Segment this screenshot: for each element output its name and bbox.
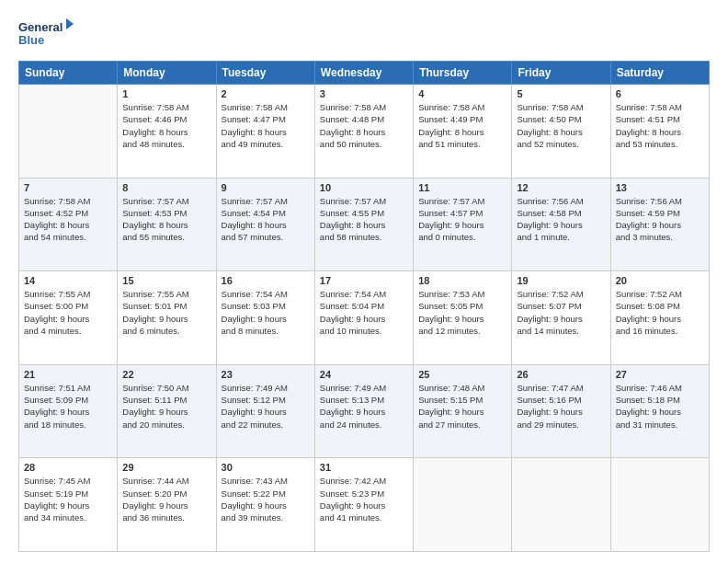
day-number: 1	[122, 88, 210, 99]
header: General Blue	[18, 17, 710, 52]
day-info: Sunrise: 7:46 AMSunset: 5:18 PMDaylight:…	[616, 382, 704, 431]
logo-svg: General Blue	[18, 17, 74, 52]
calendar-cell: 20Sunrise: 7:52 AMSunset: 5:08 PMDayligh…	[610, 271, 709, 365]
day-info: Sunrise: 7:57 AMSunset: 4:54 PMDaylight:…	[222, 195, 310, 244]
day-number: 2	[222, 88, 310, 99]
day-info: Sunrise: 7:55 AMSunset: 5:00 PMDaylight:…	[24, 288, 112, 337]
day-info: Sunrise: 7:53 AMSunset: 5:05 PMDaylight:…	[418, 288, 506, 337]
day-number: 25	[418, 369, 506, 380]
day-info: Sunrise: 7:52 AMSunset: 5:07 PMDaylight:…	[517, 288, 605, 337]
calendar-cell	[610, 458, 709, 552]
day-number: 15	[122, 275, 210, 286]
day-info: Sunrise: 7:57 AMSunset: 4:53 PMDaylight:…	[122, 195, 210, 244]
day-header-wednesday: Wednesday	[314, 62, 413, 85]
day-info: Sunrise: 7:44 AMSunset: 5:20 PMDaylight:…	[122, 475, 210, 523]
day-number: 4	[418, 88, 506, 99]
logo: General Blue	[18, 17, 74, 52]
day-info: Sunrise: 7:58 AMSunset: 4:46 PMDaylight:…	[122, 101, 210, 150]
calendar-cell: 19Sunrise: 7:52 AMSunset: 5:07 PMDayligh…	[512, 271, 610, 365]
day-info: Sunrise: 7:56 AMSunset: 4:59 PMDaylight:…	[616, 195, 704, 244]
calendar-cell	[414, 458, 512, 552]
calendar-cell: 17Sunrise: 7:54 AMSunset: 5:04 PMDayligh…	[314, 271, 413, 365]
day-info: Sunrise: 7:58 AMSunset: 4:49 PMDaylight:…	[418, 101, 506, 150]
page: General Blue SundayMondayTuesdayWednesda…	[0, 0, 728, 563]
day-number: 14	[24, 275, 112, 286]
day-number: 22	[122, 369, 210, 380]
day-number: 11	[418, 182, 506, 193]
day-info: Sunrise: 7:51 AMSunset: 5:09 PMDaylight:…	[24, 382, 112, 431]
calendar-cell: 9Sunrise: 7:57 AMSunset: 4:54 PMDaylight…	[216, 178, 314, 271]
calendar-cell: 5Sunrise: 7:58 AMSunset: 4:50 PMDaylight…	[512, 85, 610, 178]
calendar-cell: 29Sunrise: 7:44 AMSunset: 5:20 PMDayligh…	[118, 458, 216, 552]
calendar-cell: 31Sunrise: 7:42 AMSunset: 5:23 PMDayligh…	[314, 458, 413, 552]
calendar-cell: 11Sunrise: 7:57 AMSunset: 4:57 PMDayligh…	[414, 178, 512, 271]
day-number: 13	[616, 182, 704, 193]
calendar-week-row: 7Sunrise: 7:58 AMSunset: 4:52 PMDaylight…	[19, 178, 710, 271]
calendar-cell: 28Sunrise: 7:45 AMSunset: 5:19 PMDayligh…	[19, 458, 118, 552]
calendar-cell: 1Sunrise: 7:58 AMSunset: 4:46 PMDaylight…	[118, 85, 216, 178]
day-header-saturday: Saturday	[610, 62, 709, 85]
day-header-monday: Monday	[118, 62, 216, 85]
day-number: 29	[122, 462, 210, 473]
day-number: 12	[517, 182, 605, 193]
calendar-cell: 22Sunrise: 7:50 AMSunset: 5:11 PMDayligh…	[118, 364, 216, 458]
day-number: 24	[320, 369, 408, 380]
calendar-cell: 30Sunrise: 7:43 AMSunset: 5:22 PMDayligh…	[216, 458, 314, 552]
day-info: Sunrise: 7:55 AMSunset: 5:01 PMDaylight:…	[122, 288, 210, 337]
day-info: Sunrise: 7:54 AMSunset: 5:04 PMDaylight:…	[320, 288, 408, 337]
day-number: 8	[122, 182, 210, 193]
day-number: 3	[320, 88, 408, 99]
day-number: 10	[320, 182, 408, 193]
day-header-friday: Friday	[512, 62, 610, 85]
day-header-sunday: Sunday	[19, 62, 118, 85]
day-number: 20	[616, 275, 704, 286]
day-info: Sunrise: 7:43 AMSunset: 5:22 PMDaylight:…	[222, 475, 310, 523]
day-number: 6	[616, 88, 704, 99]
day-number: 7	[24, 182, 112, 193]
day-info: Sunrise: 7:58 AMSunset: 4:47 PMDaylight:…	[222, 101, 310, 150]
day-number: 23	[222, 369, 310, 380]
day-number: 16	[222, 275, 310, 286]
day-info: Sunrise: 7:42 AMSunset: 5:23 PMDaylight:…	[320, 475, 408, 523]
calendar-cell	[19, 85, 118, 178]
day-number: 30	[222, 462, 310, 473]
calendar-week-row: 1Sunrise: 7:58 AMSunset: 4:46 PMDaylight…	[19, 85, 710, 178]
calendar-cell: 27Sunrise: 7:46 AMSunset: 5:18 PMDayligh…	[610, 364, 709, 458]
day-header-thursday: Thursday	[414, 62, 512, 85]
day-info: Sunrise: 7:58 AMSunset: 4:52 PMDaylight:…	[24, 195, 112, 244]
calendar-cell: 13Sunrise: 7:56 AMSunset: 4:59 PMDayligh…	[610, 178, 709, 271]
calendar-week-row: 21Sunrise: 7:51 AMSunset: 5:09 PMDayligh…	[19, 364, 710, 458]
day-number: 31	[320, 462, 408, 473]
calendar-cell: 15Sunrise: 7:55 AMSunset: 5:01 PMDayligh…	[118, 271, 216, 365]
day-info: Sunrise: 7:49 AMSunset: 5:13 PMDaylight:…	[320, 382, 408, 431]
calendar-cell: 10Sunrise: 7:57 AMSunset: 4:55 PMDayligh…	[314, 178, 413, 271]
calendar-cell: 8Sunrise: 7:57 AMSunset: 4:53 PMDaylight…	[118, 178, 216, 271]
day-info: Sunrise: 7:57 AMSunset: 4:55 PMDaylight:…	[320, 195, 408, 244]
calendar-cell: 2Sunrise: 7:58 AMSunset: 4:47 PMDaylight…	[216, 85, 314, 178]
calendar-cell: 24Sunrise: 7:49 AMSunset: 5:13 PMDayligh…	[314, 364, 413, 458]
day-header-tuesday: Tuesday	[216, 62, 314, 85]
calendar-cell: 4Sunrise: 7:58 AMSunset: 4:49 PMDaylight…	[414, 85, 512, 178]
day-number: 28	[24, 462, 112, 473]
calendar-cell: 21Sunrise: 7:51 AMSunset: 5:09 PMDayligh…	[19, 364, 118, 458]
calendar-cell	[512, 458, 610, 552]
calendar-cell: 26Sunrise: 7:47 AMSunset: 5:16 PMDayligh…	[512, 364, 610, 458]
day-number: 5	[517, 88, 605, 99]
day-info: Sunrise: 7:49 AMSunset: 5:12 PMDaylight:…	[222, 382, 310, 431]
calendar-cell: 16Sunrise: 7:54 AMSunset: 5:03 PMDayligh…	[216, 271, 314, 365]
calendar-table: SundayMondayTuesdayWednesdayThursdayFrid…	[18, 61, 710, 552]
day-number: 9	[222, 182, 310, 193]
day-info: Sunrise: 7:58 AMSunset: 4:48 PMDaylight:…	[320, 101, 408, 150]
day-number: 21	[24, 369, 112, 380]
day-info: Sunrise: 7:48 AMSunset: 5:15 PMDaylight:…	[418, 382, 506, 431]
svg-marker-2	[66, 18, 74, 29]
svg-text:General: General	[18, 20, 63, 34]
calendar-cell: 12Sunrise: 7:56 AMSunset: 4:58 PMDayligh…	[512, 178, 610, 271]
svg-text:Blue: Blue	[18, 33, 44, 47]
day-number: 19	[517, 275, 605, 286]
calendar-cell: 18Sunrise: 7:53 AMSunset: 5:05 PMDayligh…	[414, 271, 512, 365]
calendar-week-row: 28Sunrise: 7:45 AMSunset: 5:19 PMDayligh…	[19, 458, 710, 552]
day-number: 26	[517, 369, 605, 380]
day-info: Sunrise: 7:45 AMSunset: 5:19 PMDaylight:…	[24, 475, 112, 523]
day-number: 18	[418, 275, 506, 286]
